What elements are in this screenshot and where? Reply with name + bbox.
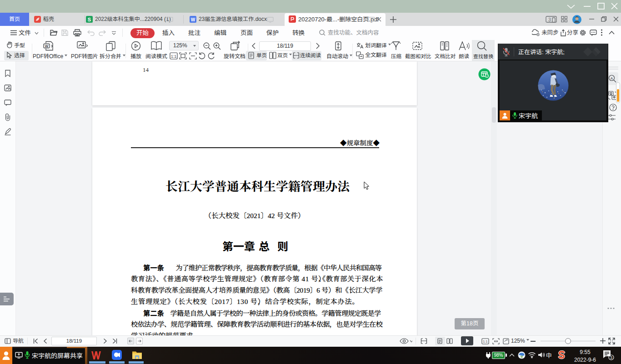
svg-text:1:1: 1:1: [171, 54, 176, 59]
svg-text:S: S: [88, 17, 91, 22]
svg-text:A: A: [611, 76, 613, 80]
svg-text:1:1: 1:1: [483, 339, 487, 344]
svg-text:3: 3: [548, 17, 551, 22]
svg-text:W: W: [191, 17, 195, 22]
svg-text:3: 3: [610, 355, 612, 360]
svg-text:W: W: [45, 44, 49, 48]
